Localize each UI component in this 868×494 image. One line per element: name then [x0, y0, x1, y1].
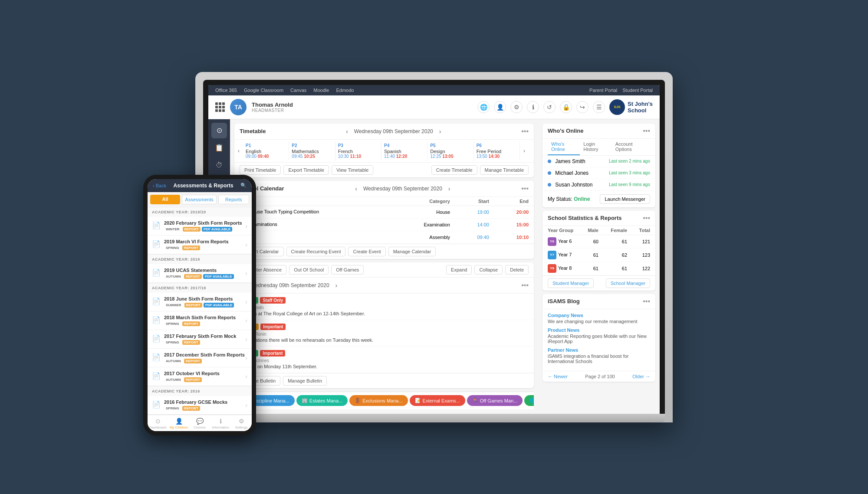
refresh-icon[interactable]: ↺ — [543, 101, 556, 113]
logout-icon[interactable]: ↪ — [576, 101, 589, 113]
off-games-btn-tb[interactable]: 🏃 Off Games Man... — [467, 395, 523, 406]
phone-report-3[interactable]: 📄 2019 UCAS Statements AUTUMN REPORT PDF… — [148, 264, 252, 283]
edmodo-link[interactable]: Edmodo — [336, 88, 354, 93]
phone-report-8-icon: 📄 — [152, 372, 161, 380]
sidebar-item-reports[interactable]: 📋 — [211, 140, 227, 156]
export-timetable-btn[interactable]: Export Timetable — [283, 165, 329, 175]
phone-search-icon[interactable]: 🔍 — [240, 183, 247, 188]
event-end-1: 20:00 — [494, 206, 534, 218]
office365-link[interactable]: Office 365 — [215, 88, 237, 93]
manage-bulletin-btn[interactable]: Manage Bulletin — [283, 376, 327, 386]
sidebar-item-dashboard[interactable]: ⊙ — [211, 123, 227, 138]
phone-nav-comms[interactable]: 💬 Comms — [189, 418, 210, 429]
phone-tag-report-9: REPORT — [182, 406, 200, 411]
settings-icon[interactable]: ⚙ — [510, 101, 523, 113]
school-manager-btn[interactable]: School Manager — [606, 278, 650, 288]
blog-category-1[interactable]: Company News — [548, 313, 650, 318]
user-icon[interactable]: 👤 — [494, 101, 506, 113]
whos-online-options[interactable]: ••• — [643, 127, 650, 135]
blog-newer-btn[interactable]: ← Newer — [548, 374, 568, 379]
timetable-prev-btn[interactable]: ‹ — [343, 127, 351, 136]
period-p4-subject: Spanish — [384, 149, 424, 154]
off-games-btn[interactable]: Off Games — [331, 265, 364, 275]
notice-1: Drama Staff Only by Mr. Smith ibition is… — [234, 294, 534, 320]
phone-report-1[interactable]: 📄 2020 February Sixth Form Reports WINTE… — [148, 217, 252, 236]
tab-whos-online[interactable]: Who's Online — [548, 139, 580, 155]
google-classroom-link[interactable]: Google Classroom — [244, 88, 283, 93]
student-manager-btn[interactable]: Student Manager — [548, 278, 594, 288]
phone-year-label-2017-18: ACADEMIC YEAR: 2017/18 — [148, 283, 252, 293]
grid-menu-icon[interactable] — [215, 102, 225, 112]
phone-report-7[interactable]: 📄 2017 December Sixth Form Reports AUTUM… — [148, 349, 252, 367]
student-portal-link[interactable]: Student Portal — [622, 88, 653, 93]
estates-manager-btn[interactable]: 🏢 Estates Mana... — [296, 395, 348, 406]
phone-tab-all[interactable]: All — [150, 195, 180, 204]
canvas-link[interactable]: Canvas — [290, 88, 306, 93]
calendar-prev-btn[interactable]: ‹ — [352, 184, 360, 193]
phone-report-6[interactable]: 📄 2017 February Sixth Form Mock SPRING R… — [148, 330, 252, 349]
create-recurring-event-btn[interactable]: Create Recurring Event — [286, 247, 346, 256]
event-start-1: 19:00 — [455, 206, 494, 218]
event-category-2: Examination — [391, 218, 455, 231]
blog-older-btn[interactable]: Older → — [632, 374, 650, 379]
notices-next-btn[interactable]: › — [333, 281, 340, 290]
globe-icon[interactable]: 🌐 — [477, 101, 490, 113]
create-event-btn[interactable]: Create Event — [348, 247, 385, 256]
phone-report-4[interactable]: 📄 2018 June Sixth Form Reports SUMMER RE… — [148, 293, 252, 311]
period-p2-label: P2 — [292, 143, 332, 148]
timetable-next-btn[interactable]: › — [437, 127, 444, 136]
blog-options[interactable]: ••• — [643, 298, 650, 305]
timetable-options[interactable]: ••• — [521, 128, 529, 135]
periods-prev-btn[interactable]: ‹ — [234, 141, 243, 160]
parent-portal-link[interactable]: Parent Portal — [589, 88, 617, 93]
manage-timetable-btn[interactable]: Manage Timetable — [480, 165, 529, 175]
launch-messenger-btn[interactable]: Launch Messenger — [600, 194, 650, 204]
phone-nav-dashboard-icon: ⊙ — [155, 418, 161, 425]
phone-nav-my-children[interactable]: 👤 My Children — [168, 418, 189, 429]
view-timetable-btn[interactable]: View Timetable — [332, 165, 373, 175]
delete-btn[interactable]: Delete — [505, 265, 529, 275]
phone-nav-children-icon: 👤 — [175, 418, 183, 425]
expand-btn[interactable]: Expand — [446, 265, 472, 275]
online-btn-tb[interactable]: 🌐 Onli... — [524, 395, 534, 406]
phone-report-1-left: 📄 2020 February Sixth Form Reports WINTE… — [152, 220, 242, 232]
stats-options[interactable]: ••• — [643, 214, 650, 222]
phone-report-2[interactable]: 📄 2019 March VI Form Reports SPRING REPO… — [148, 236, 252, 254]
calendar-date: Wednesday 09th September 2020 — [363, 186, 442, 192]
menu-icon[interactable]: ☰ — [593, 101, 605, 113]
phone-report-4-icon: 📄 — [152, 297, 161, 305]
phone-report-9-tags: SPRING REPORT — [164, 406, 227, 411]
phone-tab-reports[interactable]: Reports — [218, 195, 249, 204]
phone-nav-information[interactable]: ℹ Information — [210, 418, 231, 429]
lock-icon[interactable]: 🔒 — [560, 101, 572, 113]
collapse-btn[interactable]: Collapse — [474, 265, 503, 275]
phone-nav-dashboard[interactable]: ⊙ Dashboard — [148, 418, 168, 429]
print-timetable-btn[interactable]: Print Timetable — [240, 165, 281, 175]
exclusions-manager-btn[interactable]: 🚪 Exclusions Mana... — [349, 395, 408, 406]
periods-next-btn[interactable]: › — [520, 141, 529, 160]
blog-category-3[interactable]: Partner News — [548, 347, 650, 353]
phone-report-8[interactable]: 📄 2017 October VI Reports AUTUMN REPORT … — [148, 367, 252, 386]
blog-category-2[interactable]: Product News — [548, 327, 650, 333]
external-exams-btn[interactable]: 📝 External Exams... — [410, 395, 465, 406]
stats-title: School Statistics & Reports — [548, 215, 621, 221]
phone-nav-settings[interactable]: ⚙ Settings — [231, 418, 252, 429]
moodle-link[interactable]: Moodle — [313, 88, 329, 93]
sidebar-item-clock[interactable]: ⏱ — [211, 157, 227, 173]
phone-report-5[interactable]: 📄 2018 March Sixth Form Reports SPRING R… — [148, 311, 252, 330]
laptop-bottom — [203, 414, 665, 422]
notices-options[interactable]: ••• — [521, 281, 529, 289]
phone-tab-assessments[interactable]: Assessments — [182, 195, 216, 204]
phone-report-5-icon: 📄 — [152, 316, 161, 324]
tab-login-history[interactable]: Login History — [580, 139, 612, 155]
phone-back-btn[interactable]: ‹ Back — [153, 183, 166, 188]
calendar-options[interactable]: ••• — [521, 185, 529, 193]
tab-account-options[interactable]: Account Options — [612, 139, 650, 155]
out-of-school-btn[interactable]: Out Of School — [289, 265, 329, 275]
info-icon[interactable]: ℹ — [527, 101, 539, 113]
create-timetable-btn[interactable]: Create Timetable — [431, 165, 477, 175]
phone-report-9[interactable]: 📄 2016 February GCSE Mocks SPRING REPORT… — [148, 396, 252, 415]
calendar-next-btn[interactable]: › — [446, 184, 453, 193]
calendar-header: School Calendar ‹ Wednesday 09th Septemb… — [234, 181, 534, 197]
manage-calendar-btn[interactable]: Manage Calendar — [388, 247, 436, 256]
